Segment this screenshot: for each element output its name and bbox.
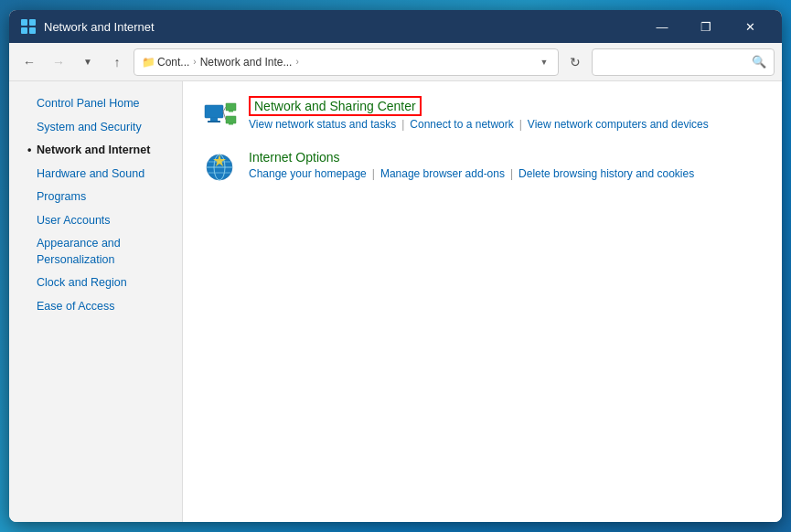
network-sharing-links: View network status and tasks | Connect … — [249, 118, 764, 131]
view-computers-link[interactable]: View network computers and devices — [528, 118, 709, 131]
sidebar-item-user-accounts[interactable]: User Accounts — [9, 209, 182, 233]
navigation-bar: ← → ▼ ↑ 📁 Cont... › Network and Inte... … — [9, 43, 782, 81]
svg-rect-3 — [29, 27, 36, 34]
manage-addons-link[interactable]: Manage browser add-ons — [380, 167, 505, 180]
sidebar-label-hardware-sound: Hardware and Sound — [37, 166, 144, 183]
window-icon — [20, 18, 37, 35]
titlebar: Network and Internet — ❐ ✕ — [9, 10, 782, 43]
internet-options-links: Change your homepage | Manage browser ad… — [249, 167, 764, 180]
svg-rect-10 — [229, 123, 233, 125]
main-window: Network and Internet — ❐ ✕ ← → ▼ ↑ 📁 Con… — [9, 10, 782, 522]
sidebar-item-appearance-personalization[interactable]: Appearance and Personalization — [9, 232, 182, 271]
delete-history-link[interactable]: Delete browsing history and cookies — [518, 167, 694, 180]
sidebar-label-system-security: System and Security — [37, 120, 142, 136]
sidebar-item-hardware-sound[interactable]: Hardware and Sound — [9, 163, 182, 186]
refresh-button[interactable]: ↻ — [562, 49, 588, 75]
address-dropdown-button[interactable]: ▼ — [538, 56, 550, 69]
sidebar-label-user-accounts: User Accounts — [37, 213, 111, 229]
sidebar: Control Panel Home System and Security •… — [9, 81, 183, 522]
internet-options-details: Internet Options Change your homepage | … — [249, 149, 764, 180]
view-status-link[interactable]: View network status and tasks — [249, 118, 396, 131]
main-content: Control Panel Home System and Security •… — [9, 81, 782, 522]
svg-rect-5 — [210, 118, 218, 121]
svg-rect-8 — [229, 111, 233, 112]
breadcrumb: 📁 Cont... › Network and Inte... › — [142, 56, 534, 69]
search-icon[interactable]: 🔍 — [752, 55, 766, 69]
network-sharing-icon — [201, 96, 238, 133]
sidebar-item-control-panel-home[interactable]: Control Panel Home — [9, 92, 182, 116]
sidebar-item-network-internet: • Network and Internet — [9, 139, 182, 163]
svg-rect-7 — [226, 103, 236, 111]
sidebar-item-system-security[interactable]: System and Security — [9, 116, 182, 140]
sidebar-label-ease-access: Ease of Access — [37, 299, 114, 315]
sep-2: | — [519, 118, 522, 131]
sidebar-label-clock-region: Clock and Region — [37, 275, 127, 292]
maximize-button[interactable]: ❐ — [685, 13, 727, 40]
connect-network-link[interactable]: Connect to a network — [410, 118, 513, 131]
close-button[interactable]: ✕ — [729, 13, 771, 40]
search-input[interactable] — [600, 56, 752, 69]
recent-button[interactable]: ▼ — [75, 49, 101, 75]
breadcrumb-sep-2: › — [295, 57, 298, 67]
sidebar-item-ease-access[interactable]: Ease of Access — [9, 295, 182, 319]
search-bar[interactable]: 🔍 — [592, 48, 775, 76]
sep-1: | — [401, 118, 404, 131]
address-bar[interactable]: 📁 Cont... › Network and Inte... › ▼ — [134, 48, 559, 76]
internet-options-title[interactable]: Internet Options — [249, 150, 340, 165]
window-title: Network and Internet — [44, 20, 641, 34]
back-button[interactable]: ← — [16, 49, 42, 75]
network-sharing-details: Network and Sharing Center View network … — [249, 96, 764, 131]
up-button[interactable]: ↑ — [104, 49, 130, 75]
sidebar-label-network-internet: Network and Internet — [37, 143, 150, 159]
sep-3: | — [372, 167, 375, 180]
svg-rect-0 — [21, 19, 27, 26]
sidebar-label-control-panel-home: Control Panel Home — [37, 96, 140, 112]
svg-rect-9 — [226, 116, 236, 123]
svg-rect-1 — [29, 19, 36, 26]
svg-rect-4 — [205, 105, 223, 118]
internet-options-icon — [201, 149, 238, 186]
breadcrumb-part-2[interactable]: Network and Inte... — [200, 56, 293, 69]
svg-line-11 — [223, 107, 226, 112]
breadcrumb-sep-1: › — [193, 57, 196, 67]
change-homepage-link[interactable]: Change your homepage — [249, 167, 367, 180]
breadcrumb-part-1[interactable]: Cont... — [157, 56, 189, 69]
sidebar-item-programs[interactable]: Programs — [9, 186, 182, 209]
content-item-internet-options: Internet Options Change your homepage | … — [201, 149, 764, 186]
sidebar-label-appearance-personalization: Appearance and Personalization — [37, 236, 164, 268]
sidebar-active-bullet: • — [27, 143, 33, 159]
sidebar-item-clock-region[interactable]: Clock and Region — [9, 271, 182, 295]
minimize-button[interactable]: — — [641, 13, 683, 40]
content-item-network-sharing: Network and Sharing Center View network … — [201, 96, 764, 133]
svg-rect-6 — [208, 121, 220, 122]
sep-4: | — [510, 167, 513, 180]
forward-button[interactable]: → — [46, 49, 71, 75]
svg-line-12 — [223, 112, 226, 120]
svg-rect-2 — [21, 27, 27, 34]
network-sharing-title[interactable]: Network and Sharing Center — [249, 96, 422, 116]
breadcrumb-icon: 📁 — [142, 56, 155, 69]
sidebar-label-programs: Programs — [37, 189, 86, 206]
content-area: Network and Sharing Center View network … — [183, 81, 782, 522]
window-controls: — ❐ ✕ — [641, 13, 771, 40]
